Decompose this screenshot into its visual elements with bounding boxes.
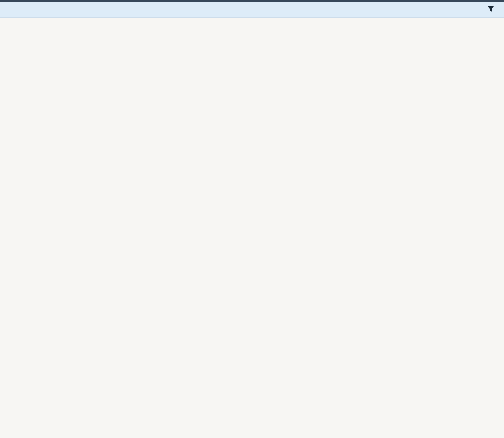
filter-button[interactable] <box>485 3 496 14</box>
app-window <box>0 0 504 438</box>
title-bar <box>0 2 504 18</box>
colorbar <box>473 26 483 412</box>
filter-icon <box>487 4 495 13</box>
waterfall-heatmap-plot[interactable] <box>39 26 473 421</box>
